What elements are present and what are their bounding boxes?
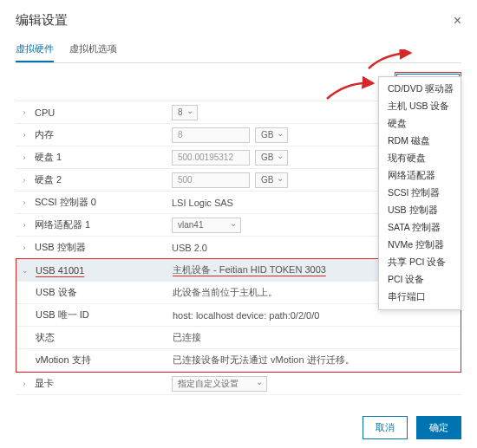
tabs: 虚拟硬件 虚拟机选项 xyxy=(16,37,461,63)
row-label-disk2: 硬盘 2 xyxy=(33,173,172,186)
row-label-memory: 内存 xyxy=(33,128,172,141)
usb-id-value: host: localhost device: path:0/2/0/0 xyxy=(173,310,461,321)
row-label-cpu: CPU xyxy=(33,107,172,118)
close-icon[interactable]: × xyxy=(454,13,461,29)
menu-item[interactable]: 串行端口 xyxy=(379,289,461,306)
row-label-usb-id: USB 唯一 ID xyxy=(16,308,173,321)
menu-item[interactable]: SCSI 控制器 xyxy=(379,185,461,202)
disk1-unit-select[interactable]: GB xyxy=(255,150,288,166)
chevron-right-icon[interactable]: › xyxy=(16,380,33,388)
dialog-footer: 取消 确定 xyxy=(363,416,461,439)
vmotion-value: 已连接设备时无法通过 vMotion 进行迁移。 xyxy=(173,354,461,367)
cpu-select[interactable]: 8 xyxy=(172,105,198,120)
row-label-disk1: 硬盘 1 xyxy=(33,151,172,164)
memory-input[interactable] xyxy=(172,127,250,143)
menu-item[interactable]: 现有硬盘 xyxy=(379,150,461,167)
chevron-right-icon[interactable]: › xyxy=(16,221,33,230)
chevron-right-icon[interactable]: › xyxy=(16,108,33,117)
dialog-title: 编辑设置 xyxy=(16,12,68,29)
menu-item[interactable]: CD/DVD 驱动器 xyxy=(379,81,461,98)
chevron-right-icon[interactable]: › xyxy=(16,131,33,140)
tab-vm-options[interactable]: 虚拟机选项 xyxy=(69,37,117,62)
row-label-usbctl: USB 控制器 xyxy=(33,241,172,254)
chevron-down-icon[interactable]: ⌄ xyxy=(16,266,34,275)
menu-item[interactable]: SATA 控制器 xyxy=(379,219,461,237)
menu-item[interactable]: 网络适配器 xyxy=(379,167,461,185)
menu-item[interactable]: RDM 磁盘 xyxy=(379,133,461,150)
row-label-video: 显卡 xyxy=(33,377,172,390)
menu-item[interactable]: 硬盘 xyxy=(379,115,461,133)
disk2-unit-select[interactable]: GB xyxy=(255,172,288,188)
ok-button[interactable]: 确定 xyxy=(416,416,461,439)
status-value: 已连接 xyxy=(173,331,461,344)
net-select[interactable]: vlan41 xyxy=(172,218,241,233)
menu-item[interactable]: 共享 PCI 设备 xyxy=(379,254,461,271)
menu-item[interactable]: USB 控制器 xyxy=(379,202,461,219)
tab-virtual-hardware[interactable]: 虚拟硬件 xyxy=(16,37,54,62)
memory-unit-select[interactable]: GB xyxy=(255,127,288,143)
row-label-vmotion: vMotion 支持 xyxy=(16,354,173,367)
disk2-input[interactable] xyxy=(172,172,250,188)
video-select[interactable]: 指定自定义设置 xyxy=(172,376,267,392)
row-label-status: 状态 xyxy=(16,331,173,344)
add-device-menu: CD/DVD 驱动器 主机 USB 设备 硬盘 RDM 磁盘 现有硬盘 网络适配… xyxy=(378,76,461,310)
menu-item[interactable]: NVMe 控制器 xyxy=(379,237,461,254)
menu-item[interactable]: PCI 设备 xyxy=(379,271,461,289)
row-label-net: 网络适配器 1 xyxy=(33,218,172,231)
chevron-right-icon[interactable]: › xyxy=(16,198,33,207)
row-label-usb-device: USB 设备 xyxy=(16,286,173,299)
chevron-right-icon[interactable]: › xyxy=(16,153,33,162)
chevron-right-icon[interactable]: › xyxy=(16,176,33,185)
row-label-scsi: SCSI 控制器 0 xyxy=(33,196,172,209)
cancel-button[interactable]: 取消 xyxy=(363,416,408,439)
row-label-usbdev: USB 41001 xyxy=(34,265,173,276)
chevron-right-icon[interactable]: › xyxy=(16,243,33,252)
menu-item[interactable]: 主机 USB 设备 xyxy=(379,98,461,115)
disk1-input[interactable] xyxy=(172,150,250,166)
